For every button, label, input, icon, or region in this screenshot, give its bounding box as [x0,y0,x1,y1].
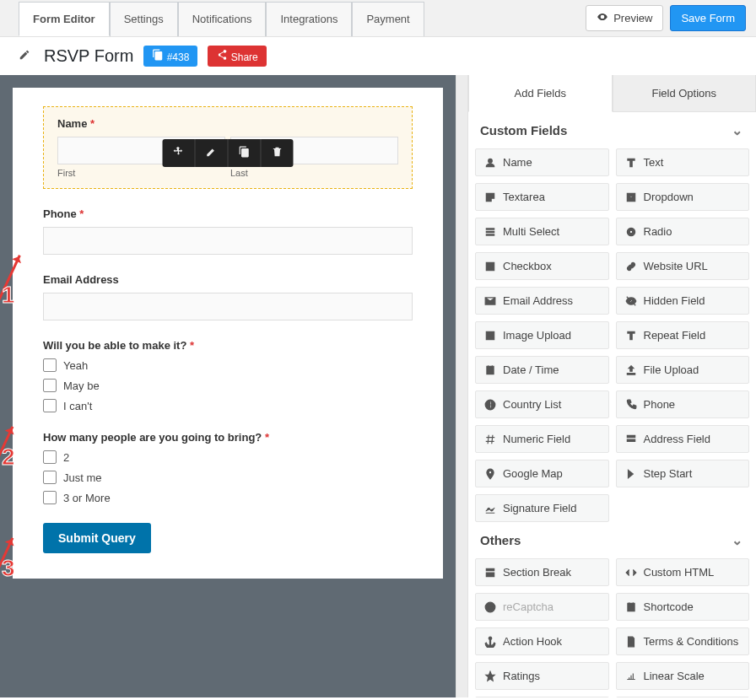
first-sublabel: First [57,168,225,178]
field-type-action-hook[interactable]: Action Hook [475,627,609,655]
link-icon [625,261,637,272]
field-type-radio[interactable]: Radio [616,218,750,245]
share-button[interactable]: Share [208,46,266,67]
text-icon [625,157,637,169]
field-type-email-address[interactable]: Email Address [475,287,609,315]
field-type-checkbox-grid[interactable]: Checkbox Grid [475,697,609,697]
last-sublabel: Last [230,168,398,178]
recaptcha-icon [484,601,496,613]
tab-settings[interactable]: Settings [110,2,178,36]
anchor-icon [484,636,496,648]
multiselect-icon [484,226,496,238]
html-icon [625,567,637,579]
field-type-website-url[interactable]: Website URL [616,252,750,280]
title-bar: RSVP Form #438 Share [0,37,756,75]
step-icon [625,468,637,480]
imageupload-icon [484,330,496,342]
field-type-date---time[interactable]: Date / Time [475,356,609,384]
address-icon [625,433,637,445]
field-type-ratings[interactable]: Ratings [475,662,609,690]
tab-payment[interactable]: Payment [352,2,424,36]
field-phone[interactable]: Phone * [43,207,413,255]
guest-count-option[interactable]: 3 or More [43,491,413,504]
section-icon [484,567,496,579]
field-email[interactable]: Email Address [43,273,413,320]
field-attendance[interactable]: Will you be able to make it? * YeahMay b… [43,339,413,412]
upload-icon [625,364,637,376]
top-tabs-bar: Form EditorSettingsNotificationsIntegrat… [0,0,756,37]
field-type-multiple-choice-grid[interactable]: Multiple Choice Grid [616,697,750,697]
phone-input[interactable] [43,227,413,255]
preview-button[interactable]: Preview [586,5,663,31]
radio-icon [625,226,637,238]
user-icon [484,157,496,169]
field-type-phone[interactable]: Phone [616,390,750,418]
field-type-country-list[interactable]: Country List [475,390,609,418]
guest-count-option[interactable]: 2 [43,450,413,464]
field-type-repeat-field[interactable]: Repeat Field [616,321,750,349]
field-type-textarea[interactable]: Textarea [475,183,609,211]
shortcode-icon [625,601,637,613]
field-type-section-break[interactable]: Section Break [475,558,609,586]
signature-icon [484,503,496,514]
tab-form-editor[interactable]: Form Editor [19,2,110,36]
field-guest-count[interactable]: How many people are you going to bring? … [43,431,413,504]
trash-icon[interactable] [262,139,294,167]
field-type-linear-scale[interactable]: Linear Scale [616,662,750,690]
checkbox-icon [484,261,496,272]
textarea-icon [484,191,496,203]
tab-notifications[interactable]: Notifications [178,2,267,36]
field-type-custom-html[interactable]: Custom HTML [616,558,750,586]
submit-button[interactable]: Submit Query [43,523,151,553]
field-type-numeric-field[interactable]: Numeric Field [475,425,609,453]
star-icon [484,670,496,682]
save-form-button[interactable]: Save Form [670,5,746,31]
scale-icon [625,670,637,682]
preview-label: Preview [613,12,652,24]
field-type-shortcode[interactable]: Shortcode [616,593,750,621]
field-type-step-start[interactable]: Step Start [616,460,750,487]
mail-icon [484,295,496,307]
edit-icon[interactable] [196,139,229,167]
field-type-file-upload[interactable]: File Upload [616,356,750,384]
globe-icon [484,399,496,411]
share-label: Share [231,51,258,63]
group-custom-fields[interactable]: Custom Fields⌄ [475,112,749,148]
field-name[interactable]: Name * First [43,106,413,189]
field-type-dropdown[interactable]: Dropdown [616,183,750,211]
field-type-image-upload[interactable]: Image Upload [475,321,609,349]
shortcode-text: #438 [167,51,190,63]
field-type-hidden-field[interactable]: Hidden Field [616,287,750,315]
field-type-terms-&-conditions[interactable]: Terms & Conditions [616,627,750,655]
copy-icon[interactable] [229,139,262,167]
email-input[interactable] [43,293,413,320]
attendance-option[interactable]: I can't [43,399,413,412]
shortcode-button[interactable]: #438 [143,46,197,67]
hidden-icon [625,295,637,307]
field-type-google-map[interactable]: Google Map [475,460,609,487]
field-type-recaptcha: reCaptcha [475,593,609,621]
field-type-address-field[interactable]: Address Field [616,425,750,453]
field-type-signature-field[interactable]: Signature Field [475,494,609,522]
form-canvas-container: Name * First [0,75,456,697]
guest-count-option[interactable]: Just me [43,471,413,484]
scrollbar[interactable] [456,75,467,697]
map-icon [484,468,496,480]
move-icon[interactable] [163,139,196,167]
group-others[interactable]: Others⌄ [475,522,749,558]
field-type-multi-select[interactable]: Multi Select [475,218,609,245]
tab-integrations[interactable]: Integrations [266,2,352,36]
side-tab-add-fields[interactable]: Add Fields [468,75,613,112]
form-canvas[interactable]: Name * First [13,88,443,579]
attendance-option[interactable]: Yeah [43,358,413,372]
copy-icon [152,51,166,63]
dropdown-icon [625,191,637,203]
field-type-checkbox[interactable]: Checkbox [475,252,609,280]
side-tab-field-options[interactable]: Field Options [613,75,757,112]
field-type-text[interactable]: Text [616,148,750,176]
chevron-down-icon: ⌄ [732,122,742,138]
sidebar: Add FieldsField Options Custom Fields⌄Na… [467,75,756,697]
field-type-name[interactable]: Name [475,148,609,176]
form-title[interactable]: RSVP Form [44,46,133,66]
attendance-option[interactable]: May be [43,379,413,392]
